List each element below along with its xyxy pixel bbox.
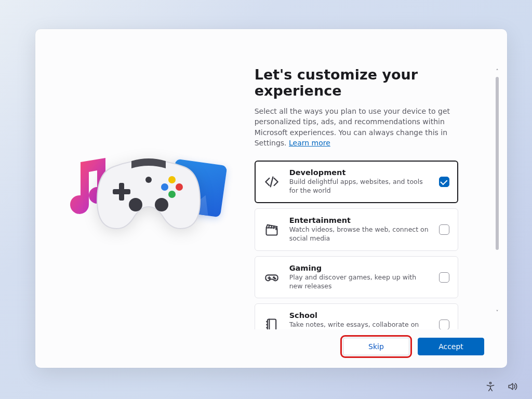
- taskbar-tray: [485, 381, 517, 392]
- svg-point-4: [155, 198, 168, 211]
- scroll-thumb[interactable]: [496, 77, 499, 250]
- content-pane: Let's customize your experience Select a…: [252, 29, 507, 368]
- scroll-up-arrow-icon[interactable]: ˄: [495, 69, 500, 75]
- option-checkbox[interactable]: [439, 177, 449, 187]
- svg-rect-1: [113, 189, 130, 194]
- option-checkbox[interactable]: [439, 320, 449, 329]
- svg-rect-19: [268, 320, 276, 329]
- svg-point-8: [168, 191, 176, 198]
- notebook-icon: [262, 315, 281, 329]
- accessibility-icon[interactable]: [485, 381, 496, 392]
- options-list: Development Build delightful apps, websi…: [255, 161, 458, 329]
- page-title: Let's customize your experience: [255, 66, 490, 99]
- option-school[interactable]: School Take notes, write essays, collabo…: [255, 303, 458, 329]
- option-gaming[interactable]: Gaming Play and discover games, keep up …: [255, 256, 458, 299]
- scroll-region: Let's customize your experience Select a…: [252, 66, 503, 329]
- accept-button[interactable]: Accept: [418, 338, 484, 355]
- scroll-down-arrow-icon[interactable]: ˅: [495, 310, 500, 316]
- svg-marker-25: [509, 383, 513, 390]
- svg-line-13: [271, 225, 272, 228]
- option-title: Entertainment: [289, 216, 431, 224]
- volume-icon[interactable]: [507, 381, 517, 392]
- skip-button[interactable]: Skip: [343, 338, 409, 355]
- svg-point-5: [168, 176, 176, 183]
- option-checkbox[interactable]: [439, 224, 449, 235]
- learn-more-link[interactable]: Learn more: [289, 139, 330, 147]
- option-desc: Take notes, write essays, collaborate on…: [289, 321, 431, 329]
- svg-rect-11: [266, 228, 277, 235]
- option-title: Development: [289, 168, 431, 177]
- page-subtitle: Select all the ways you plan to use your…: [255, 106, 462, 148]
- game-controller-icon: [94, 151, 203, 234]
- svg-line-12: [269, 225, 269, 228]
- svg-line-14: [273, 226, 274, 229]
- hero-graphic: [61, 141, 227, 256]
- svg-point-3: [129, 198, 142, 211]
- svg-point-24: [489, 382, 491, 384]
- option-checkbox[interactable]: [439, 272, 449, 283]
- option-title: Gaming: [289, 264, 431, 272]
- oobe-window: Let's customize your experience Select a…: [35, 29, 507, 368]
- subtitle-text: Select all the ways you plan to use your…: [255, 107, 450, 147]
- gamepad-icon: [262, 268, 281, 287]
- option-title: School: [289, 311, 431, 320]
- option-entertainment[interactable]: Entertainment Watch videos, browse the w…: [255, 208, 458, 251]
- svg-point-2: [145, 177, 152, 183]
- hero-pane: [35, 29, 252, 368]
- code-icon: [262, 172, 281, 191]
- svg-point-6: [176, 183, 183, 191]
- scrollbar[interactable]: ˄ ˅: [495, 69, 500, 316]
- option-desc: Play and discover games, keep up with ne…: [289, 273, 431, 291]
- footer: Skip Accept: [252, 329, 503, 357]
- clapper-icon: [262, 220, 281, 239]
- option-desc: Watch videos, browse the web, connect on…: [289, 225, 431, 243]
- option-development[interactable]: Development Build delightful apps, websi…: [255, 161, 458, 203]
- svg-point-17: [273, 277, 274, 278]
- option-desc: Build delightful apps, websites, and too…: [289, 178, 431, 195]
- svg-point-7: [161, 183, 168, 191]
- svg-point-18: [274, 278, 275, 279]
